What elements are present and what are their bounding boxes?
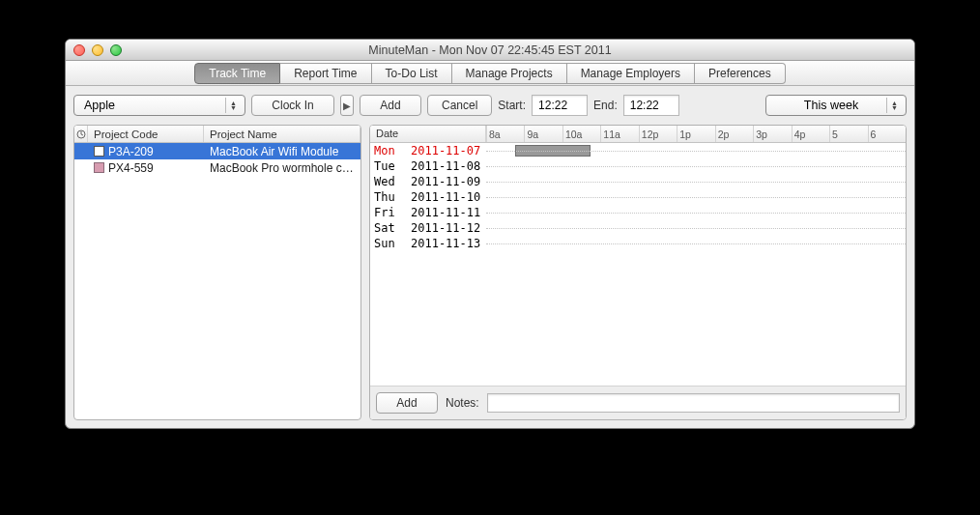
project-list-panel: Project Code Project Name P3A-209MacBook… bbox=[73, 125, 361, 420]
project-code-header[interactable]: Project Code bbox=[88, 126, 204, 142]
start-label: Start: bbox=[498, 99, 526, 112]
employer-select-value: Apple bbox=[84, 99, 115, 112]
hour-tick: 8a bbox=[486, 126, 501, 142]
end-label: End: bbox=[593, 99, 618, 112]
time-entry-bar[interactable] bbox=[515, 145, 591, 157]
close-icon[interactable] bbox=[73, 44, 85, 56]
tab-preferences[interactable]: Preferences bbox=[695, 63, 786, 84]
traffic-lights bbox=[73, 44, 122, 56]
project-row[interactable]: PX4-559MacBook Pro wormhole c… bbox=[74, 159, 360, 176]
app-window: MinuteMan - Mon Nov 07 22:45:45 EST 2011… bbox=[65, 39, 915, 429]
project-name: MacBook Pro wormhole c… bbox=[204, 161, 360, 175]
toolbar: Apple ▲▼ Clock In ▶ Add Cancel Start: 12… bbox=[66, 86, 914, 125]
project-color-swatch bbox=[94, 162, 104, 173]
window-title: MinuteMan - Mon Nov 07 22:45:45 EST 2011 bbox=[66, 43, 914, 57]
project-code: PX4-559 bbox=[108, 161, 154, 175]
date-value: 2011-11-13 bbox=[411, 237, 480, 250]
day-grid[interactable] bbox=[486, 220, 906, 236]
day-grid[interactable] bbox=[486, 236, 906, 251]
day-of-week: Wed bbox=[374, 175, 399, 188]
tab-manage-projects[interactable]: Manage Projects bbox=[452, 63, 567, 84]
hour-tick: 9a bbox=[524, 126, 538, 142]
hour-tick: 11a bbox=[600, 126, 620, 142]
notes-input[interactable] bbox=[487, 393, 900, 413]
zoom-icon[interactable] bbox=[110, 44, 122, 56]
date-range-value: This week bbox=[776, 99, 886, 112]
schedule-row[interactable]: Mon2011-11-07 bbox=[370, 143, 906, 158]
employer-select[interactable]: Apple ▲▼ bbox=[73, 95, 245, 116]
tab-report-time[interactable]: Report Time bbox=[280, 63, 371, 84]
notes-label: Notes: bbox=[446, 396, 479, 410]
day-grid[interactable] bbox=[486, 189, 906, 205]
dropdown-arrows-icon: ▲▼ bbox=[225, 98, 241, 113]
row-code-cell: P3A-209 bbox=[88, 145, 204, 158]
schedule-row[interactable]: Wed2011-11-09 bbox=[370, 174, 906, 189]
project-row[interactable]: P3A-209MacBook Air Wifi Module bbox=[74, 143, 360, 159]
notes-bar: Add Notes: bbox=[370, 386, 906, 419]
date-range-select[interactable]: This week ▲▼ bbox=[765, 95, 907, 116]
hour-tick: 5 bbox=[829, 126, 838, 142]
date-value: 2011-11-09 bbox=[411, 175, 480, 188]
schedule-row[interactable]: Thu2011-11-10 bbox=[370, 189, 906, 205]
hour-tick: 6 bbox=[868, 126, 877, 142]
hour-tick: 10a bbox=[562, 126, 583, 142]
hour-tick: 4p bbox=[792, 126, 806, 142]
date-value: 2011-11-08 bbox=[411, 159, 480, 173]
project-color-swatch bbox=[94, 146, 104, 157]
day-grid[interactable] bbox=[486, 143, 906, 158]
schedule-panel: Date 8a9a10a11a12p1p2p3p4p56 Mon2011-11-… bbox=[369, 125, 907, 420]
project-table-header: Project Code Project Name bbox=[74, 126, 360, 143]
add-entry-button[interactable]: Add bbox=[360, 95, 421, 116]
date-value: 2011-11-11 bbox=[411, 206, 480, 219]
row-code-cell: PX4-559 bbox=[88, 161, 204, 175]
day-of-week: Mon bbox=[374, 144, 399, 157]
start-time-field[interactable]: 12:22 bbox=[532, 95, 588, 116]
titlebar: MinuteMan - Mon Nov 07 22:45:45 EST 2011 bbox=[66, 40, 914, 61]
add-note-button[interactable]: Add bbox=[376, 392, 438, 414]
schedule-row[interactable]: Sat2011-11-12 bbox=[370, 220, 906, 236]
date-value: 2011-11-10 bbox=[411, 190, 480, 204]
schedule-row[interactable]: Sun2011-11-13 bbox=[370, 236, 906, 251]
main-tabs: Track TimeReport TimeTo-Do ListManage Pr… bbox=[66, 61, 914, 86]
schedule-header: Date 8a9a10a11a12p1p2p3p4p56 bbox=[370, 126, 906, 143]
day-grid[interactable] bbox=[486, 174, 906, 189]
hours-header: 8a9a10a11a12p1p2p3p4p56 bbox=[486, 126, 906, 142]
date-header[interactable]: Date bbox=[370, 126, 486, 142]
project-name-header[interactable]: Project Name bbox=[204, 126, 360, 142]
hour-tick: 12p bbox=[639, 126, 659, 142]
clock-column-icon[interactable] bbox=[74, 126, 88, 142]
day-of-week: Thu bbox=[374, 190, 399, 204]
date-value: 2011-11-12 bbox=[411, 221, 480, 235]
schedule-body[interactable]: Mon2011-11-07Tue2011-11-08Wed2011-11-09T… bbox=[370, 143, 906, 386]
collapse-arrow-icon[interactable]: ▶ bbox=[340, 95, 354, 116]
schedule-row[interactable]: Tue2011-11-08 bbox=[370, 158, 906, 174]
day-of-week: Tue bbox=[374, 159, 399, 173]
hour-tick: 2p bbox=[715, 126, 730, 142]
day-of-week: Sun bbox=[374, 237, 399, 250]
cancel-button[interactable]: Cancel bbox=[427, 95, 492, 116]
content-area: Project Code Project Name P3A-209MacBook… bbox=[66, 125, 914, 428]
end-time-field[interactable]: 12:22 bbox=[623, 95, 679, 116]
tab-manage-employers[interactable]: Manage Employers bbox=[567, 63, 695, 84]
day-of-week: Fri bbox=[374, 206, 399, 219]
schedule-row[interactable]: Fri2011-11-11 bbox=[370, 205, 906, 220]
day-grid[interactable] bbox=[486, 158, 906, 174]
hour-tick: 1p bbox=[677, 126, 691, 142]
dropdown-arrows-icon: ▲▼ bbox=[886, 98, 902, 113]
date-value: 2011-11-07 bbox=[411, 144, 480, 157]
minimize-icon[interactable] bbox=[92, 44, 103, 56]
project-table-body[interactable]: P3A-209MacBook Air Wifi ModulePX4-559Mac… bbox=[74, 143, 360, 419]
day-of-week: Sat bbox=[374, 221, 399, 235]
tab-track-time[interactable]: Track Time bbox=[194, 63, 280, 84]
project-name: MacBook Air Wifi Module bbox=[204, 145, 360, 158]
hour-tick: 3p bbox=[753, 126, 767, 142]
project-code: P3A-209 bbox=[108, 145, 154, 158]
tab-to-do-list[interactable]: To-Do List bbox=[372, 63, 452, 84]
clock-in-button[interactable]: Clock In bbox=[251, 95, 334, 116]
day-grid[interactable] bbox=[486, 205, 906, 220]
